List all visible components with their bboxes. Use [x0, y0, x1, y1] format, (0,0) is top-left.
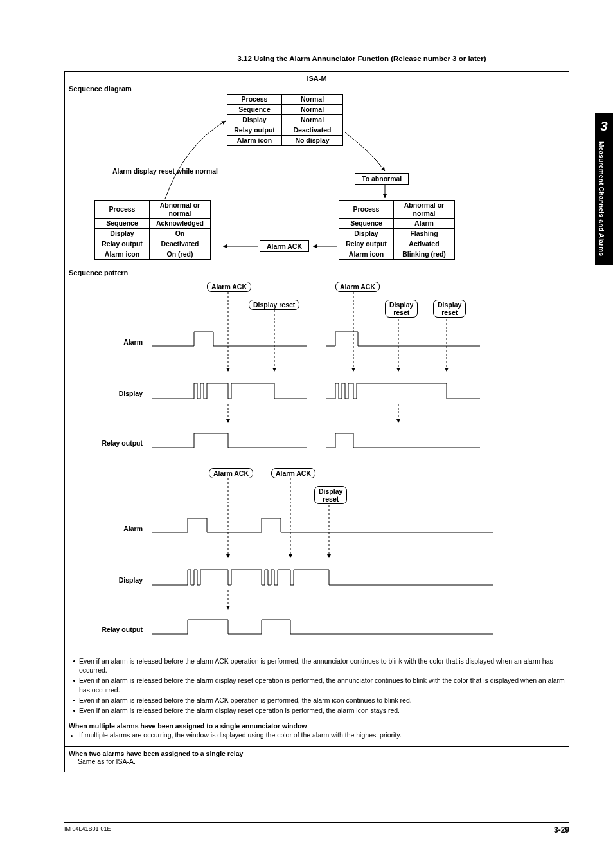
note-item: Even if an alarm is released before the … — [79, 696, 565, 705]
pattern-block-2: Alarm ACK Alarm ACK Displayreset Alarm D… — [69, 468, 565, 651]
tab-text: Measurement Channels and Alarms — [598, 141, 605, 256]
display-reset-box-2: Displayreset — [314, 486, 347, 504]
display-reset-box-1c: Displayreset — [433, 300, 466, 318]
state-table-acknowledged: ProcessAbnormal or normal SequenceAcknow… — [94, 200, 211, 260]
footer-left: IM 04L41B01-01E — [64, 826, 111, 835]
sequence-pattern-header: Sequence pattern — [69, 269, 565, 276]
two-alarms-box: When two alarms have been assigned to a … — [65, 746, 569, 768]
notes-list: Even if an alarm is released before the … — [69, 656, 565, 715]
chapter-tab: 3 Measurement Channels and Alarms — [595, 113, 613, 265]
page-footer: IM 04L41B01-01E 3-29 — [64, 822, 569, 835]
multiple-alarms-box: When multiple alarms have been assigned … — [65, 719, 569, 743]
pattern-1-svg — [69, 282, 565, 468]
sequence-diagram: ProcessNormal SequenceNormal DisplayNorm… — [69, 94, 565, 267]
to-abnormal-label: To abnormal — [355, 173, 409, 185]
display-row-label-2: Display — [82, 576, 143, 584]
relay-row-label-1: Relay output — [82, 439, 143, 447]
alarm-ack-box-1a: Alarm ACK — [207, 282, 251, 292]
alarm-ack-label: Alarm ACK — [260, 240, 309, 252]
two-header: When two alarms have been assigned to a … — [69, 750, 565, 757]
note-item: Even if an alarm is released before the … — [79, 706, 565, 715]
state-table-alarm: ProcessAbnormal or normal SequenceAlarm … — [339, 200, 455, 260]
display-row-label-1: Display — [82, 390, 143, 397]
main-diagram-box: ISA-M Sequence diagram ProcessNormal Seq… — [64, 71, 569, 772]
alarm-ack-box-2a: Alarm ACK — [209, 468, 253, 478]
reset-while-normal-label: Alarm display reset while normal — [107, 167, 223, 176]
two-body: Same as for ISA-A. — [69, 757, 565, 765]
note-item: Even if an alarm is released before the … — [79, 656, 565, 674]
tab-number: 3 — [595, 119, 613, 134]
isa-header: ISA-M — [69, 75, 565, 82]
multi-header: When multiple alarms have been assigned … — [69, 722, 565, 730]
state-table-normal: ProcessNormal SequenceNormal DisplayNorm… — [227, 94, 343, 146]
relay-row-label-2: Relay output — [82, 626, 143, 633]
alarm-row-label-2: Alarm — [82, 525, 143, 532]
note-item: Even if an alarm is released before the … — [79, 676, 565, 694]
alarm-ack-box-2b: Alarm ACK — [271, 468, 315, 478]
sequence-diagram-header: Sequence diagram — [69, 85, 565, 93]
pattern-block-1: Alarm ACK Display reset Alarm ACK Displa… — [69, 282, 565, 468]
display-reset-box-1b: Displayreset — [385, 300, 418, 318]
alarm-ack-box-1b: Alarm ACK — [335, 282, 380, 292]
multi-body: If multiple alarms are occurring, the wi… — [79, 731, 565, 739]
display-reset-box-1: Display reset — [249, 300, 299, 310]
alarm-row-label-1: Alarm — [82, 338, 143, 346]
section-title: 3.12 Using the Alarm Annunciator Functio… — [64, 55, 569, 62]
page-number: 3-29 — [554, 826, 569, 835]
